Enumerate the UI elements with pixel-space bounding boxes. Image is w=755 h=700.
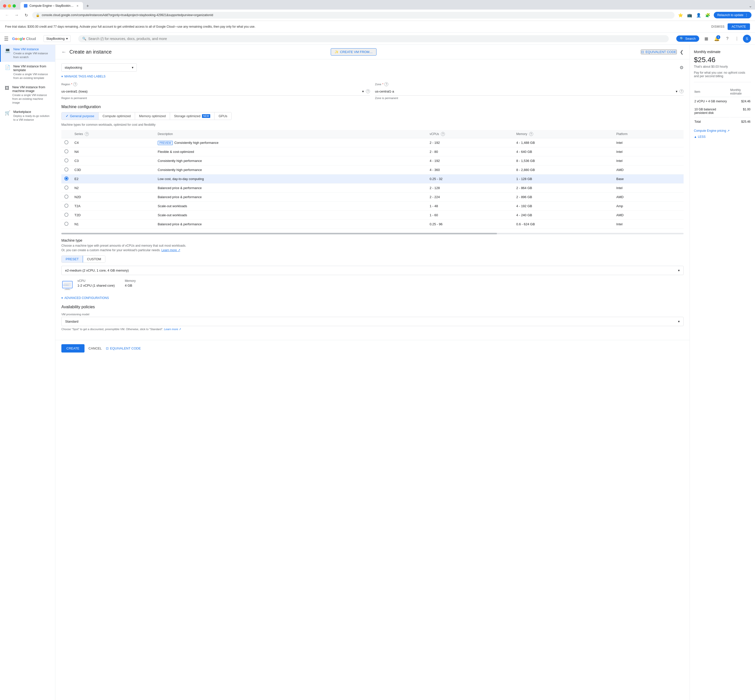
profile-icon[interactable]: 👤	[695, 12, 702, 19]
row-c3-radio[interactable]	[64, 158, 69, 162]
table-row[interactable]: T2D Scale-out workloads 1 - 60 4 - 240 G…	[61, 211, 683, 220]
back-button[interactable]: ←	[61, 49, 66, 55]
table-row[interactable]: E2 Low cost, day-to-day computing 0.25 -…	[61, 175, 683, 184]
tab-close-button[interactable]: ✕	[75, 4, 80, 8]
bottom-equiv-code-button[interactable]: ⊡ EQUIVALENT CODE	[106, 347, 141, 350]
vm-image-icon: 🖼	[5, 86, 9, 91]
table-row[interactable]: N2D Balanced price & performance 2 - 224…	[61, 192, 683, 202]
manage-tags-button[interactable]: ▾ MANAGE TAGS AND LABELS	[61, 75, 683, 78]
advanced-configs-button[interactable]: ▾ ADVANCED CONFIGURATIONS	[61, 296, 683, 300]
series-help-icon[interactable]: ?	[85, 132, 89, 136]
chevron-down-icon: ▾	[61, 75, 63, 78]
tab-gpus[interactable]: GPUs	[214, 112, 231, 120]
zone-help-icon[interactable]: ?	[384, 82, 388, 86]
forward-nav-button[interactable]: →	[13, 12, 20, 19]
close-button[interactable]	[3, 4, 6, 8]
settings-menu-icon[interactable]: ⋮	[733, 35, 740, 42]
row-n1-radio[interactable]	[64, 222, 69, 226]
extension-icon[interactable]: 🧩	[704, 12, 711, 19]
row-c3d-radio[interactable]	[64, 167, 69, 172]
table-row[interactable]: N2 Balanced price & performance 2 - 128 …	[61, 184, 683, 192]
sidebar-item-vm-template[interactable]: 📄 New VM instance from template Create a…	[0, 62, 55, 83]
table-scrollbar	[61, 233, 683, 234]
sidebar-item-vm-image[interactable]: 🖼 New VM instance from machine image Cre…	[0, 83, 55, 107]
table-scrollbar-thumb[interactable]	[61, 233, 497, 234]
sidebar-item-new-vm[interactable]: 💻 New VM instance Create a single VM ins…	[0, 45, 55, 62]
row-n4-radio[interactable]	[64, 149, 69, 153]
relaunch-button[interactable]: Relaunch to update ⋮	[714, 12, 752, 18]
cancel-button[interactable]: CANCEL	[89, 347, 102, 350]
vcpus-help-icon[interactable]: ?	[441, 132, 445, 136]
machine-icon-svg	[61, 279, 73, 291]
tab-compute-optimized[interactable]: Compute optimized	[98, 112, 135, 120]
row-t2d-radio[interactable]	[64, 213, 69, 217]
region-help-icon[interactable]: ?	[73, 82, 77, 86]
active-tab[interactable]: Compute Engine – StayBookin… ✕	[20, 2, 83, 9]
row-t2a-radio[interactable]	[64, 204, 69, 208]
tab-storage-optimized[interactable]: Storage optimized NEW	[170, 112, 214, 120]
user-avatar[interactable]: S	[743, 35, 751, 43]
row-n2-radio[interactable]	[64, 186, 69, 190]
memory-help-icon[interactable]: ?	[529, 132, 533, 136]
activate-button[interactable]: ACTIVATE	[728, 23, 750, 30]
new-tab-button[interactable]: +	[84, 3, 91, 9]
search-button[interactable]: 🔍 Search	[676, 36, 699, 42]
custom-tab[interactable]: CUSTOM	[83, 256, 105, 262]
table-row[interactable]: N4 Flexible & cost-optimized 2 - 80 4 - …	[61, 147, 683, 156]
table-row[interactable]: T2A Scale-out workloads 1 - 48 4 - 192 G…	[61, 202, 683, 211]
banner-actions: DISMISS ACTIVATE	[711, 23, 750, 30]
cast-icon[interactable]: 📺	[686, 12, 693, 19]
tab-memory-optimized[interactable]: Memory optimized	[135, 112, 170, 120]
tags-section: ▾ MANAGE TAGS AND LABELS	[61, 75, 683, 78]
create-button[interactable]: CREATE	[61, 344, 84, 353]
page-title: Create an instance	[69, 49, 328, 55]
create-vm-from-button[interactable]: ✨ CREATE VM FROM…	[331, 48, 377, 56]
project-settings-icon[interactable]: ⚙	[680, 65, 683, 70]
equivalent-code-button[interactable]: ⊡ EQUIVALENT CODE	[641, 50, 677, 54]
address-bar[interactable]: 🔒 console.cloud.google.com/compute/insta…	[32, 12, 675, 19]
memory-col-label: Memory	[516, 132, 527, 136]
bookmark-icon[interactable]: ⭐	[677, 12, 684, 19]
notification-button[interactable]: 🔔 1	[712, 34, 721, 43]
search-input[interactable]	[88, 37, 665, 41]
provisioning-learn-more-link[interactable]: Learn more ↗	[164, 328, 181, 331]
less-label: LESS	[698, 135, 706, 139]
preset-tab[interactable]: PRESET	[62, 256, 83, 262]
machine-type-dropdown[interactable]: e2-medium (2 vCPU, 1 core, 4 GB memory) …	[61, 266, 683, 275]
less-button[interactable]: ▲ LESS	[694, 135, 751, 139]
compute-engine-pricing-link[interactable]: Compute Engine pricing ↗	[694, 129, 751, 133]
region-info-icon[interactable]: ?	[366, 89, 370, 93]
table-row[interactable]: C3D Consistently high performance 4 - 36…	[61, 166, 683, 175]
minimize-button[interactable]	[8, 4, 11, 8]
sidebar-title-vm-image: New VM instance from machine image	[13, 85, 51, 93]
refresh-button[interactable]: ↻	[23, 12, 30, 19]
row-n2d-radio[interactable]	[64, 195, 69, 198]
learn-more-link[interactable]: Learn more ↗	[161, 248, 180, 252]
row-c4-radio[interactable]	[64, 140, 69, 144]
project-dropdown[interactable]: staybooking ▾	[61, 63, 137, 72]
help-icon[interactable]: ?	[724, 35, 731, 42]
row-n2-platform: Intel	[613, 184, 683, 192]
zone-info-icon[interactable]: ?	[680, 89, 683, 93]
table-row[interactable]: N1 Balanced price & performance 0.25 - 9…	[61, 220, 683, 229]
row-n4-series: N4	[75, 150, 79, 154]
console-icon[interactable]: ▦	[703, 35, 710, 42]
tab-general-purpose[interactable]: ✓ General purpose	[62, 112, 98, 120]
external-link-icon: ↗	[727, 129, 730, 133]
dismiss-button[interactable]: DISMISS	[711, 25, 725, 28]
row-e2-radio[interactable]	[64, 177, 69, 181]
collapse-panel-button[interactable]: ❮	[680, 49, 683, 55]
zone-select[interactable]: us-central1-a ▾ ?	[375, 87, 683, 95]
project-selector[interactable]: StayBooking ▾	[44, 35, 71, 42]
table-row[interactable]: C3 Consistently high performance 4 - 192…	[61, 156, 683, 166]
maximize-button[interactable]	[13, 4, 16, 8]
window-menu-icon[interactable]: ⌄	[749, 3, 752, 8]
region-label: Region * ?	[61, 82, 370, 86]
region-select[interactable]: us-central1 (Iowa) ▾ ?	[61, 87, 370, 95]
vm-provisioning-dropdown[interactable]: Standard ▾	[61, 317, 683, 326]
table-row[interactable]: C4 PREVIEWConsistently high performance …	[61, 138, 683, 147]
back-nav-button[interactable]: ←	[3, 12, 11, 19]
hamburger-menu-icon[interactable]: ☰	[4, 36, 9, 42]
cost-table-body: 2 vCPU + 4 GB memory $24.46 10 GB balanc…	[694, 98, 750, 125]
sidebar-item-marketplace[interactable]: 🛒 Marketplace Deploy a ready-to-go solut…	[0, 107, 55, 125]
